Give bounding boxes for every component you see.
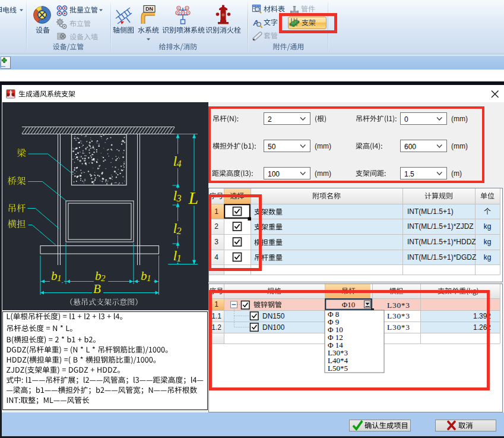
svg-text:INT(ML/1.5+1): INT(ML/1.5+1)	[407, 207, 454, 216]
svg-text:Φ10: Φ10	[342, 300, 356, 309]
svg-text:INT(ML/1.5+1)*HDDZ: INT(ML/1.5+1)*HDDZ	[407, 238, 476, 246]
svg-text:3: 3	[214, 238, 218, 246]
svg-text:100: 100	[268, 170, 280, 178]
svg-text:L30*3: L30*3	[387, 311, 410, 320]
svg-text:L: L	[188, 188, 199, 207]
svg-text:50: 50	[268, 143, 276, 151]
svg-text:INT(ML/1.5+1)*ZJDZ: INT(ML/1.5+1)*ZJDZ	[407, 222, 474, 231]
svg-text:0: 0	[404, 115, 408, 124]
svg-text:DN: DN	[145, 6, 153, 12]
svg-text:1.2: 1.2	[211, 323, 221, 332]
svg-text:kg: kg	[484, 222, 492, 231]
svg-text:2: 2	[268, 115, 272, 124]
svg-text:kg: kg	[484, 253, 492, 261]
svg-text:(mm): (mm)	[451, 115, 468, 123]
svg-text:b: b	[95, 269, 102, 283]
svg-text:3: 3	[176, 193, 182, 203]
svg-text:L30*3: L30*3	[387, 323, 410, 332]
svg-text:1: 1	[214, 207, 218, 216]
svg-text:4: 4	[177, 159, 182, 169]
svg-text:1: 1	[57, 273, 62, 283]
svg-text:(mm): (mm)	[451, 142, 468, 150]
svg-text:1: 1	[147, 273, 151, 283]
svg-text:INT(ML/1.5+1)*DGDZ: INT(ML/1.5+1)*DGDZ	[407, 253, 476, 261]
svg-text:b: b	[141, 269, 147, 283]
svg-text:kg: kg	[484, 238, 492, 246]
svg-text:1.5: 1.5	[404, 170, 414, 178]
svg-text:DN100: DN100	[262, 323, 285, 332]
svg-text:1: 1	[177, 253, 182, 263]
svg-text:b: b	[51, 269, 58, 283]
svg-text:1: 1	[214, 300, 218, 308]
svg-text:(mm): (mm)	[315, 169, 331, 178]
svg-text:L30*3: L30*3	[387, 301, 410, 310]
svg-text:2: 2	[214, 222, 218, 231]
svg-text:DN150: DN150	[262, 312, 285, 320]
svg-text:B: B	[93, 282, 101, 296]
svg-text:1.1: 1.1	[211, 312, 221, 320]
svg-text:4: 4	[214, 253, 218, 261]
svg-text:(mm): (mm)	[315, 142, 331, 150]
svg-text:600: 600	[404, 143, 416, 151]
svg-text:2: 2	[177, 226, 182, 236]
svg-text:2: 2	[101, 273, 106, 283]
svg-text:(m): (m)	[451, 169, 462, 178]
svg-text:L50*5: L50*5	[328, 364, 348, 373]
